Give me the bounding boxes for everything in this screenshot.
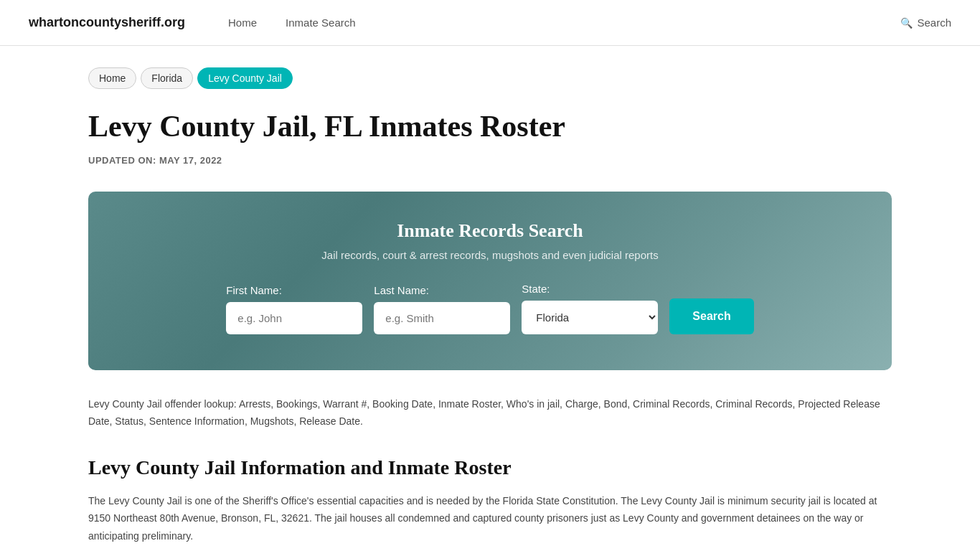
search-box-subtitle: Jail records, court & arrest records, mu… — [131, 249, 849, 261]
breadcrumb: Home Florida Levy County Jail — [88, 67, 892, 89]
first-name-group: First Name: — [226, 284, 362, 334]
navbar-search-label: Search — [917, 17, 951, 29]
last-name-label: Last Name: — [374, 284, 510, 296]
breadcrumb-florida[interactable]: Florida — [141, 67, 193, 89]
search-box-title: Inmate Records Search — [131, 220, 849, 242]
search-icon: 🔍 — [900, 17, 913, 29]
search-form: First Name: Last Name: State: FloridaAla… — [131, 283, 849, 334]
navbar-nav: Home Inmate Search — [228, 17, 900, 29]
state-group: State: FloridaAlabamaAlaskaArizonaArkans… — [522, 283, 658, 334]
breadcrumb-levy-county-jail[interactable]: Levy County Jail — [197, 67, 293, 89]
section-body: The Levy County Jail is one of the Sheri… — [88, 492, 892, 545]
breadcrumb-home[interactable]: Home — [88, 67, 136, 89]
first-name-input[interactable] — [226, 302, 362, 334]
navbar-search[interactable]: 🔍 Search — [900, 17, 951, 29]
last-name-group: Last Name: — [374, 284, 510, 334]
nav-inmate-search[interactable]: Inmate Search — [286, 17, 356, 29]
section-heading: Levy County Jail Information and Inmate … — [88, 456, 892, 479]
main-content: Home Florida Levy County Jail Levy Count… — [60, 46, 920, 551]
nav-home[interactable]: Home — [228, 17, 257, 29]
updated-on: UPDATED ON: MAY 17, 2022 — [88, 155, 892, 166]
last-name-input[interactable] — [374, 302, 510, 334]
navbar-brand[interactable]: whartoncountysheriff.org — [29, 15, 185, 30]
state-label: State: — [522, 283, 658, 295]
page-title: Levy County Jail, FL Inmates Roster — [88, 109, 892, 143]
navbar: whartoncountysheriff.org Home Inmate Sea… — [0, 0, 980, 46]
description-text: Levy County Jail offender lookup: Arrest… — [88, 396, 892, 430]
search-box: Inmate Records Search Jail records, cour… — [88, 192, 892, 370]
state-select[interactable]: FloridaAlabamaAlaskaArizonaArkansasCalif… — [522, 301, 658, 334]
first-name-label: First Name: — [226, 284, 362, 296]
search-button[interactable]: Search — [669, 298, 753, 334]
